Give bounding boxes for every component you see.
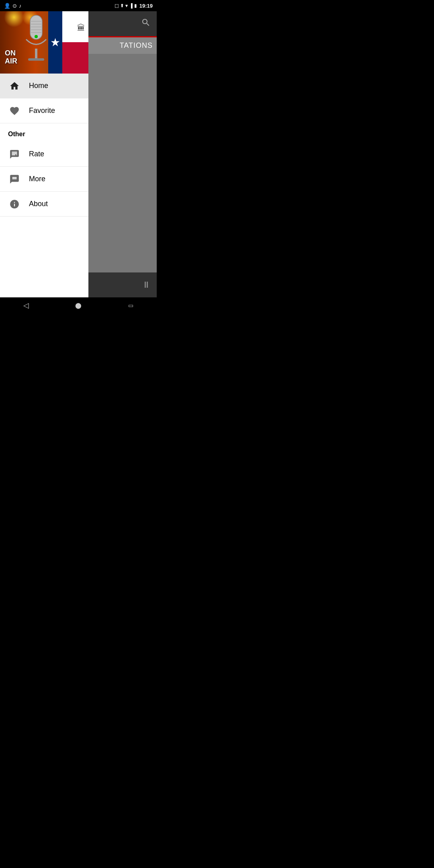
signal-icon: ▐ xyxy=(129,3,133,8)
favorite-label: Favorite xyxy=(29,106,55,115)
menu-item-home[interactable]: Home xyxy=(0,74,88,98)
rate-icon xyxy=(8,148,21,161)
more-icon xyxy=(8,173,21,186)
menu-item-about[interactable]: About xyxy=(0,192,88,217)
music-icon: ♪ xyxy=(19,3,22,9)
right-bottom: ⏸ xyxy=(88,272,157,297)
stations-content xyxy=(88,54,157,272)
flag-star: ★ xyxy=(50,37,60,48)
heart-icon xyxy=(8,104,21,117)
back-button[interactable]: ◁ xyxy=(16,297,36,313)
pause-button[interactable]: ⏸ xyxy=(142,280,151,290)
camera-icon: ⊙ xyxy=(12,3,17,9)
svg-rect-6 xyxy=(35,49,37,59)
home-button[interactable]: ⬤ xyxy=(68,297,88,313)
search-button[interactable] xyxy=(141,18,151,30)
more-label: More xyxy=(29,175,45,183)
home-icon xyxy=(8,80,21,92)
arrow-icon: ⬆ xyxy=(120,3,124,8)
recents-button[interactable]: ▭ xyxy=(121,297,141,313)
home-label: Home xyxy=(29,82,48,90)
stations-label: TATIONS xyxy=(120,41,153,50)
wifi-icon: ▾ xyxy=(125,3,128,8)
status-bar: 👤 ⊙ ♪ ⬚ ⬆ ▾ ▐ ▮ 19:19 xyxy=(0,0,157,11)
flag-red-stripe xyxy=(62,42,88,74)
stations-header: TATIONS xyxy=(88,37,157,54)
person-icon: 👤 xyxy=(4,3,10,9)
drawer-banner: ★ 🏛 ON AIR xyxy=(0,11,88,74)
microphone-icon xyxy=(22,13,50,66)
status-left-icons: 👤 ⊙ ♪ xyxy=(4,3,22,9)
drawer-menu: Home Favorite Other Rate xyxy=(0,74,88,297)
building-icon: 🏛 xyxy=(77,23,85,33)
rate-label: Rate xyxy=(29,150,44,158)
right-panel: TATIONS ⏸ xyxy=(88,11,157,297)
menu-item-more[interactable]: More xyxy=(0,167,88,192)
on-air-text: ON AIR xyxy=(5,49,17,66)
other-section-header: Other xyxy=(0,123,88,142)
right-header xyxy=(88,11,157,36)
svg-rect-7 xyxy=(28,58,44,61)
menu-item-favorite[interactable]: Favorite xyxy=(0,98,88,123)
cast-icon: ⬚ xyxy=(115,3,119,8)
bottom-navigation: ◁ ⬤ ▭ xyxy=(0,297,157,313)
app-container: ★ 🏛 ON AIR Home xyxy=(0,11,157,297)
info-icon xyxy=(8,198,21,211)
battery-icon: ▮ xyxy=(134,3,137,8)
texas-flag: ★ 🏛 xyxy=(48,11,88,74)
drawer-panel: ★ 🏛 ON AIR Home xyxy=(0,11,88,297)
about-label: About xyxy=(29,200,48,208)
svg-point-8 xyxy=(35,35,38,38)
time-display: 19:19 xyxy=(139,3,153,9)
menu-item-rate[interactable]: Rate xyxy=(0,142,88,167)
status-right-icons: ⬚ ⬆ ▾ ▐ ▮ 19:19 xyxy=(115,3,153,9)
